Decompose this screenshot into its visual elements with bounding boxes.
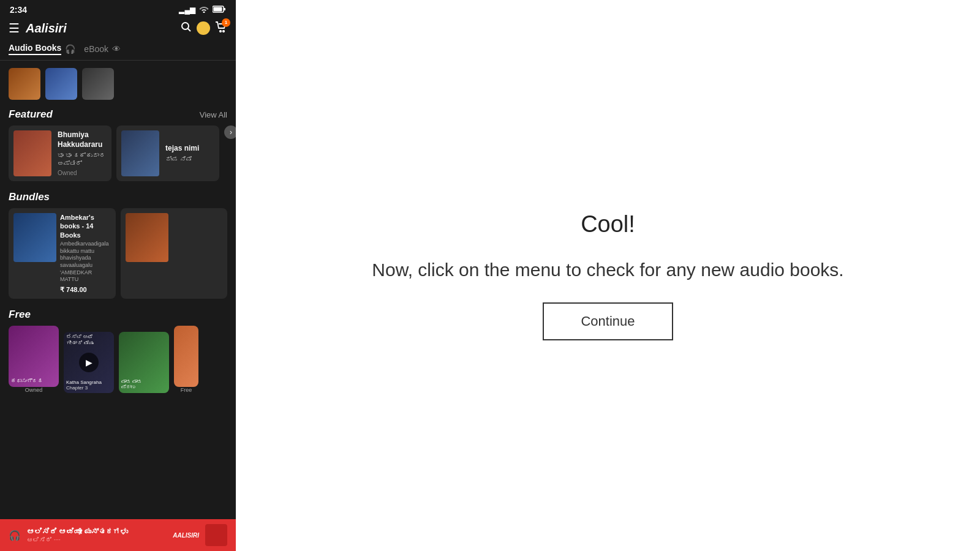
free-book-title-1: ಕಥಾಸಂಗ್ರಹ xyxy=(11,378,42,384)
overlay-body: Now, click on the menu to check for any … xyxy=(372,257,843,283)
search-icon[interactable] xyxy=(181,21,192,36)
tab-ebook[interactable]: eBook 👁 xyxy=(84,44,121,54)
free-item-1[interactable]: ಕಥಾಸಂಗ್ರಹ Owned xyxy=(9,326,59,393)
free-item-3[interactable]: ಮಾಡ ಮಾಡಪ್ರಾಣ xyxy=(119,332,169,393)
overlay-heading: Cool! xyxy=(581,211,635,238)
featured-title: Featured xyxy=(9,108,53,121)
svg-point-6 xyxy=(223,30,224,31)
category-row xyxy=(0,66,236,106)
featured-card-1[interactable]: Bhumiya Hakkudararu ಭೂ ಭೂ ಹಕ್ಕುದಾರ ಅಷ್ಟೀ… xyxy=(9,126,111,181)
category-thumb-3[interactable] xyxy=(82,68,114,100)
bundle-card-2-inner xyxy=(121,208,228,267)
status-icons: ▂▄▆ xyxy=(179,6,226,15)
svg-point-5 xyxy=(220,30,221,31)
bundle-price-1: ₹ 748.00 xyxy=(60,286,111,294)
featured-row: Bhumiya Hakkudararu ಭೂ ಭೂ ಹಕ್ಕುದಾರ ಅಷ್ಟೀ… xyxy=(0,126,236,189)
phone-panel: 2:34 ▂▄▆ ☰ Aalisiri xyxy=(0,0,236,551)
app-title: Aalisiri xyxy=(26,21,67,36)
free-book-title-2: ಬೆಸ್ಟ್ ಆಫ್ಗೀತಾ ದಿ ಮ್ಯು xyxy=(64,332,114,348)
play-button[interactable]: ▶ xyxy=(79,353,99,372)
bundle-info-1: Ambekar's books - 14 Books Ambedkarvaadi… xyxy=(60,213,111,294)
free-cover-4 xyxy=(174,326,198,387)
svg-point-3 xyxy=(182,23,189,29)
player-bar[interactable]: 🎧 ಆಲಿಸಿರಿ ಆಡಿಯೋ ಪುಸ್ತಕಗಳು ಆಲಿಸಿರಿ ···· A… xyxy=(0,519,236,551)
bundle-cover-1 xyxy=(13,213,56,262)
bundle-cover-2 xyxy=(126,213,168,262)
bundles-row: Ambekar's books - 14 Books Ambedkarvaadi… xyxy=(0,208,236,306)
book-status-1: Owned xyxy=(58,170,107,176)
tabs-bar: Audio Books 🎧 eBook 👁 xyxy=(0,40,236,61)
tab-audiobooks-label: Audio Books xyxy=(9,43,61,55)
player-title: ಆಲಿಸಿರಿ ಆಡಿಯೋ ಪುಸ್ತಕಗಳು xyxy=(27,528,167,536)
player-subtitle: ಆಲಿಸಿರಿ ···· xyxy=(27,536,167,543)
free-status-4: Free xyxy=(174,387,198,393)
cart-button[interactable]: 1 xyxy=(215,21,227,36)
scroll-content[interactable]: Featured View All Bhumiya Hakkudararu ಭೂ… xyxy=(0,61,236,519)
free-cover-3: ಮಾಡ ಮಾಡಪ್ರಾಣ xyxy=(119,332,169,393)
headphones-icon: 🎧 xyxy=(65,44,75,54)
tab-ebook-label: eBook xyxy=(84,44,108,54)
header-right: 1 xyxy=(181,21,227,36)
bundle-title-1: Ambekar's books - 14 Books xyxy=(60,213,111,239)
featured-card-2[interactable]: tejas nimi ದೀಪ ನಿಮಿ xyxy=(116,126,219,181)
free-book-title-3: ಮಾಡ ಮಾಡಪ್ರಾಣ xyxy=(121,379,142,391)
book-title-1: Bhumiya Hakkudararu xyxy=(58,130,107,149)
battery-icon xyxy=(213,6,226,15)
eye-icon: 👁 xyxy=(112,44,121,54)
free-status-1: Owned xyxy=(9,387,59,393)
book-subtitle-2: ದೀಪ ನಿಮಿ xyxy=(165,155,214,163)
app-header: ☰ Aalisiri 1 xyxy=(0,17,236,40)
svg-line-4 xyxy=(188,28,191,31)
book-info-2: tejas nimi ದೀಪ ನಿಮಿ xyxy=(165,144,214,163)
cart-badge: 1 xyxy=(222,18,230,27)
theme-toggle-icon[interactable] xyxy=(197,21,210,35)
bundles-section-header: Bundles xyxy=(0,189,236,208)
free-cover-2: ಬೆಸ್ಟ್ ಆಫ್ಗೀತಾ ದಿ ಮ್ಯು ▶ Katha Sangraha … xyxy=(64,332,114,393)
featured-section-header: Featured View All xyxy=(0,106,236,126)
player-brand: AALISIRI xyxy=(173,532,199,539)
featured-next-button[interactable]: › xyxy=(224,126,236,139)
player-headphones-icon: 🎧 xyxy=(9,530,21,541)
book-info-1: Bhumiya Hakkudararu ಭೂ ಭೂ ಹಕ್ಕುದಾರ ಅಷ್ಟೀ… xyxy=(58,130,107,176)
svg-rect-2 xyxy=(224,8,225,10)
bundle-card-2[interactable] xyxy=(121,208,228,299)
category-thumb-1[interactable] xyxy=(9,68,40,100)
book-title-2: tejas nimi xyxy=(165,144,214,154)
free-item-4[interactable]: Free xyxy=(174,326,198,393)
book-cover-1 xyxy=(13,130,51,176)
tab-audiobooks[interactable]: Audio Books 🎧 xyxy=(9,43,75,55)
status-time: 2:34 xyxy=(10,5,27,15)
bundle-card-1[interactable]: Ambekar's books - 14 Books Ambedkarvaadi… xyxy=(9,208,116,299)
signal-icon: ▂▄▆ xyxy=(179,6,195,14)
right-panel: Cool! Now, click on the menu to check fo… xyxy=(236,0,980,551)
bundle-card-1-inner: Ambekar's books - 14 Books Ambedkarvaadi… xyxy=(9,208,116,299)
category-thumb-2[interactable] xyxy=(45,68,77,100)
continue-button[interactable]: Continue xyxy=(543,302,673,340)
wifi-icon xyxy=(199,6,209,15)
hamburger-icon[interactable]: ☰ xyxy=(9,21,20,36)
book-subtitle-1: ಭೂ ಭೂ ಹಕ್ಕುದಾರ ಅಷ್ಟೀರ್ xyxy=(58,151,107,167)
free-book-subtitle-2: Katha Sangraha Chapter 3 xyxy=(66,380,111,391)
header-left: ☰ Aalisiri xyxy=(9,21,67,36)
bundles-title: Bundles xyxy=(9,191,50,203)
free-section-header: Free xyxy=(0,306,236,326)
free-cover-1: ಕಥಾಸಂಗ್ರಹ xyxy=(9,326,59,387)
free-row: ಕಥಾಸಂಗ್ರಹ Owned ಬೆಸ್ಟ್ ಆಫ್ಗೀತಾ ದಿ ಮ್ಯು ▶… xyxy=(0,326,236,398)
svg-rect-1 xyxy=(214,7,222,11)
player-thumb xyxy=(205,524,227,546)
free-item-2[interactable]: ಬೆಸ್ಟ್ ಆಫ್ಗೀತಾ ದಿ ಮ್ಯು ▶ Katha Sangraha … xyxy=(64,332,114,393)
featured-view-all[interactable]: View All xyxy=(200,110,227,119)
player-text: ಆಲಿಸಿರಿ ಆಡಿಯೋ ಪುಸ್ತಕಗಳು ಆಲಿಸಿರಿ ···· xyxy=(27,528,167,543)
book-cover-2 xyxy=(121,130,159,176)
free-title: Free xyxy=(9,309,31,321)
bundle-desc-1: Ambedkarvaadigala bikkattu mattu bhavish… xyxy=(60,241,111,283)
status-bar: 2:34 ▂▄▆ xyxy=(0,0,236,17)
